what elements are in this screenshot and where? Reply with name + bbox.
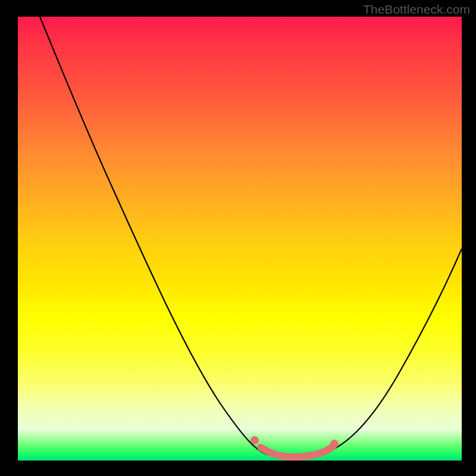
highlight-dot-left (250, 436, 259, 444)
chart-svg (18, 17, 462, 461)
chart-container (18, 17, 462, 461)
highlight-dot-right (330, 440, 339, 448)
bottleneck-curve-path (40, 17, 462, 457)
watermark-text: TheBottleneck.com (363, 2, 470, 17)
highlight-segment-path (261, 446, 333, 457)
